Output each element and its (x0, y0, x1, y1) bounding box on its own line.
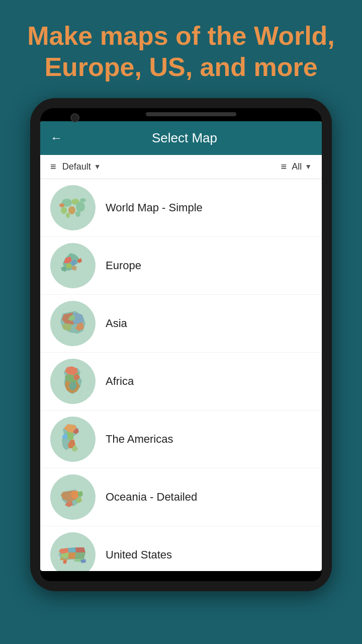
map-name-africa: Africa (106, 375, 134, 388)
sort-dropdown[interactable]: Default ▼ (62, 162, 101, 172)
phone-top-bar (40, 108, 322, 121)
promo-text: Make maps of the World, Europe, US, and … (0, 0, 362, 98)
map-thumbnail-europe (50, 243, 96, 288)
map-item-europe[interactable]: Europe (40, 237, 322, 295)
camera-dot (70, 113, 79, 122)
map-name-us: United States (106, 548, 172, 561)
map-thumbnail-world (50, 185, 96, 230)
app-header: ← Select Map (40, 121, 322, 155)
map-name-americas: The Americas (106, 433, 173, 446)
phone-bottom (40, 571, 322, 581)
speaker (146, 112, 236, 116)
filter-bar: ≡ Default ▼ ≡ All ▼ (40, 155, 322, 179)
svg-marker-51 (75, 547, 85, 552)
sort-icon: ≡ (50, 161, 56, 173)
map-thumbnail-americas (50, 417, 96, 462)
sort-dropdown-arrow: ▼ (94, 163, 101, 171)
map-name-world: World Map - Simple (106, 201, 203, 214)
map-thumbnail-africa (50, 359, 96, 404)
map-list: World Map - Simple Europe (40, 179, 322, 571)
map-item-us[interactable]: United States (40, 526, 322, 571)
map-name-oceania: Oceania - Detailed (106, 491, 197, 504)
back-button[interactable]: ← (50, 131, 62, 145)
map-item-americas[interactable]: The Americas (40, 411, 322, 468)
filter-dropdown[interactable]: All ▼ (292, 162, 312, 172)
map-item-africa[interactable]: Africa (40, 353, 322, 411)
svg-point-9 (80, 198, 86, 202)
svg-point-4 (68, 206, 75, 214)
map-name-europe: Europe (106, 259, 141, 272)
phone-screen: ← Select Map ≡ Default ▼ ≡ All ▼ (40, 121, 322, 571)
svg-point-5 (61, 207, 67, 214)
svg-point-8 (59, 203, 64, 207)
map-item-world[interactable]: World Map - Simple (40, 179, 322, 237)
filter-dropdown-arrow: ▼ (305, 163, 312, 171)
filter-icon: ≡ (281, 161, 287, 173)
svg-marker-53 (68, 552, 76, 559)
page-title: Select Map (72, 130, 297, 146)
map-name-asia: Asia (106, 317, 127, 330)
filter-right: ≡ All ▼ (281, 161, 312, 173)
map-item-asia[interactable]: Asia (40, 295, 322, 353)
filter-label: All (292, 162, 302, 172)
svg-point-7 (66, 213, 70, 218)
map-item-oceania[interactable]: Oceania - Detailed (40, 468, 322, 526)
svg-marker-50 (68, 547, 76, 552)
phone-frame: ← Select Map ≡ Default ▼ ≡ All ▼ (30, 98, 332, 591)
map-thumbnail-asia (50, 301, 96, 346)
svg-marker-54 (75, 552, 85, 559)
svg-point-3 (76, 202, 85, 212)
svg-point-6 (75, 211, 80, 217)
sort-label: Default (62, 162, 91, 172)
map-thumbnail-oceania (50, 474, 96, 520)
map-thumbnail-us (50, 532, 96, 571)
